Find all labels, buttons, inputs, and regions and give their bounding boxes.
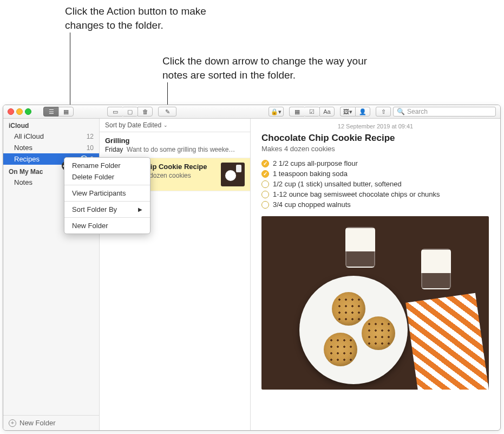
callout-action: Click the Action button to make changes … (65, 4, 244, 32)
checklist-button[interactable]: ☑ (304, 107, 319, 116)
checklist-icon: ☑ (309, 108, 315, 115)
note-image (261, 216, 489, 390)
menu-separator (64, 201, 150, 202)
checklist-item[interactable]: 1-12 ounce bag semisweet chocolate chips… (261, 189, 489, 199)
sidebar-item-all-icloud[interactable]: All iCloud 12 (3, 131, 99, 142)
checklist-item[interactable]: 1 teaspoon baking soda (261, 169, 489, 179)
titlebar: ☰ ▦ ▭ ▢ 🗑 ✎ 🔒▾ ▦ ☑ Aa 🖼▾ 👤 ⇧ 🔍 S (3, 105, 500, 119)
note-thumbnail (221, 163, 245, 186)
menu-sort-folder-by[interactable]: Sort Folder By▶ (64, 204, 150, 215)
lock-button[interactable]: 🔒▾ (269, 107, 284, 116)
checkbox-icon[interactable] (261, 160, 269, 167)
notes-window: ☰ ▦ ▭ ▢ 🗑 ✎ 🔒▾ ▦ ☑ Aa 🖼▾ 👤 ⇧ 🔍 S (3, 105, 501, 431)
compose-icon: ✎ (165, 108, 170, 115)
trash-button[interactable]: 🗑 (138, 107, 153, 116)
search-icon: 🔍 (397, 108, 405, 115)
checklist-item[interactable]: 1/2 cup (1 stick) unsalted butter, softe… (261, 179, 489, 189)
attach-icon: ▭ (113, 108, 118, 115)
media-icon: 🖼▾ (343, 108, 352, 115)
folder-context-menu: Rename Folder Delete Folder View Partici… (64, 157, 150, 234)
checkbox-icon[interactable] (261, 180, 269, 188)
list-icon: ☰ (49, 108, 54, 115)
menu-new-folder[interactable]: New Folder (64, 220, 150, 231)
attach-button[interactable]: ▭ (107, 107, 122, 116)
format-button[interactable]: Aa (319, 107, 335, 116)
sidebar-item-label: Notes (14, 144, 87, 152)
folder-icon: ▢ (127, 108, 133, 115)
folder-button[interactable]: ▢ (122, 107, 138, 116)
note-preview: Friday Want to do some grilling this wee… (105, 146, 245, 153)
lock-icon: 🔒▾ (271, 108, 282, 115)
menu-item-label: Sort Folder By (72, 205, 117, 213)
checkbox-icon[interactable] (261, 201, 269, 209)
trash-icon: 🗑 (142, 108, 148, 115)
share-button[interactable]: ⇧ (376, 107, 391, 116)
format-icon: Aa (323, 108, 330, 115)
sidebar-item-count: 12 (87, 133, 94, 140)
media-button[interactable]: 🖼▾ (340, 107, 355, 116)
chevron-down-icon: ⌄ (163, 122, 168, 128)
note-detail-subtitle: Makes 4 dozen cookies (261, 145, 489, 153)
checklist-text: 3/4 cup chopped walnuts (273, 200, 351, 209)
checklist: 2 1/2 cups all-purpose flour 1 teaspoon … (261, 158, 489, 210)
share-icon: ⇧ (381, 108, 386, 115)
menu-item-label: Delete Folder (72, 173, 114, 181)
plus-icon: + (9, 419, 16, 427)
grid-icon: ▦ (63, 108, 69, 115)
checklist-text: 1-12 ounce bag semisweet chocolate chips… (273, 190, 440, 198)
new-folder-label: New Folder (19, 419, 55, 427)
submenu-arrow-icon: ▶ (138, 206, 142, 212)
sidebar-item-count: 10 (87, 144, 94, 152)
table-button[interactable]: ▦ (289, 107, 304, 116)
close-button[interactable] (8, 108, 14, 115)
sidebar-item-label: All iCloud (14, 132, 87, 140)
checkbox-icon[interactable] (261, 170, 269, 178)
checklist-text: 1/2 cup (1 stick) unsalted butter, softe… (273, 180, 402, 188)
table-icon: ▦ (294, 108, 300, 115)
note-detail-title: Chocolate Chip Cookie Recipe (261, 133, 489, 144)
sort-label: Sort by Date Edited (105, 121, 161, 129)
callout-sort: Click the down arrow to change the way y… (162, 54, 390, 82)
checkbox-icon[interactable] (261, 191, 269, 198)
collaborate-icon: 👤 (359, 108, 366, 115)
menu-delete-folder[interactable]: Delete Folder (64, 171, 150, 183)
view-grid-button[interactable]: ▦ (58, 107, 74, 116)
checklist-text: 2 1/2 cups all-purpose flour (273, 159, 358, 167)
sort-dropdown[interactable]: Sort by Date Edited ⌄ (100, 119, 250, 132)
menu-separator (64, 217, 150, 218)
note-item-grilling[interactable]: Grilling Friday Want to do some grilling… (100, 132, 250, 158)
menu-rename-folder[interactable]: Rename Folder (64, 160, 150, 171)
sidebar-item-notes[interactable]: Notes 10 (3, 142, 99, 153)
checklist-item[interactable]: 2 1/2 cups all-purpose flour (261, 158, 489, 169)
collaborate-button[interactable]: 👤 (355, 107, 370, 116)
menu-item-label: Rename Folder (72, 161, 121, 170)
search-input[interactable]: 🔍 Search (393, 107, 496, 116)
new-folder-button[interactable]: + New Folder (3, 415, 99, 430)
menu-separator (64, 185, 150, 185)
menu-item-label: New Folder (72, 222, 108, 230)
note-date: 12 September 2019 at 09:41 (261, 123, 489, 129)
checklist-text: 1 teaspoon baking soda (273, 170, 348, 178)
search-placeholder: Search (407, 108, 428, 115)
view-list-button[interactable]: ☰ (43, 107, 58, 116)
menu-view-participants[interactable]: View Participants (64, 187, 150, 199)
minimize-button[interactable] (16, 108, 23, 115)
compose-button[interactable]: ✎ (158, 107, 176, 116)
maximize-button[interactable] (25, 108, 31, 115)
sidebar-section-icloud: iCloud (3, 119, 99, 131)
note-detail: 12 September 2019 at 09:41 Chocolate Chi… (251, 119, 500, 430)
note-title: Grilling (105, 137, 245, 145)
checklist-item[interactable]: 3/4 cup chopped walnuts (261, 199, 489, 210)
menu-item-label: View Participants (72, 189, 126, 197)
